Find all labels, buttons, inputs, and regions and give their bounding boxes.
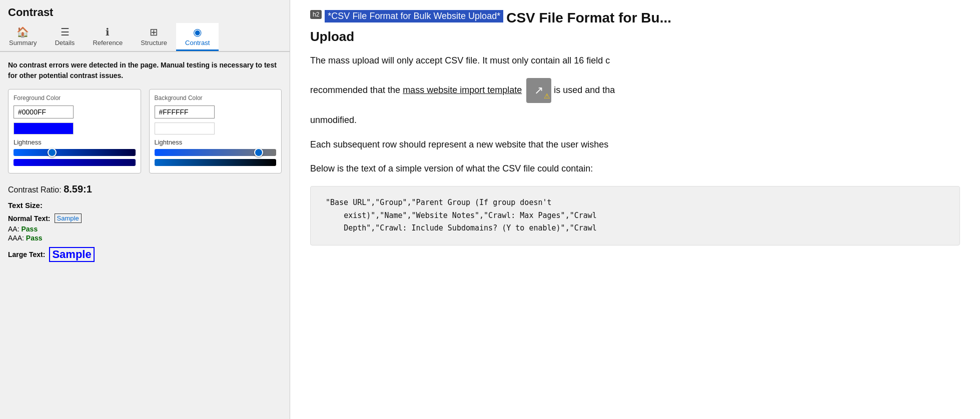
background-slider-thumb[interactable] [254, 148, 263, 157]
tab-summary-label: Summary [9, 39, 37, 46]
tab-bar: 🏠 Summary ☰ Details ℹ Reference ⊞ Struct… [0, 23, 290, 52]
para-5: Each subsequent row should represent a n… [310, 138, 960, 152]
para-1: The mass upload will only accept CSV fil… [310, 54, 960, 68]
aaa-label: AAA: [8, 234, 24, 242]
background-lightness-label: Lightness [155, 138, 277, 146]
heading-continuation: CSV File Format for Bu... [506, 10, 671, 26]
external-link-icon: ↗ [534, 82, 543, 99]
code-content: "Base URL","Group","Parent Group (If gro… [326, 196, 944, 235]
code-block: "Base URL","Group","Parent Group (If gro… [310, 186, 960, 246]
foreground-slider-thumb[interactable] [48, 148, 57, 157]
aa-value: Pass [21, 225, 38, 233]
text-size-label: Text Size: [8, 201, 282, 210]
foreground-swatch [14, 122, 74, 134]
background-slider-container [155, 149, 277, 166]
warning-triangle-icon: ⚠ [544, 90, 550, 102]
background-gradient-bar [155, 159, 277, 166]
page-heading: Upload [310, 29, 960, 44]
tab-contrast-label: Contrast [185, 39, 210, 46]
tab-structure-label: Structure [141, 39, 167, 46]
normal-text-sample[interactable]: Sample [55, 214, 82, 223]
normal-text-row: Normal Text: Sample [8, 214, 282, 223]
contrast-ratio-value: 8.59:1 [64, 184, 92, 194]
right-panel: h2 *CSV File Format for Bulk Website Upl… [290, 0, 980, 419]
aaa-row: AAA: Pass [8, 234, 282, 242]
large-text-label: Large Text: [8, 250, 45, 258]
reference-icon: ℹ [106, 27, 110, 37]
contrast-ratio-row: Contrast Ratio: 8.59:1 [8, 184, 282, 195]
panel-body: No contrast errors were detected in the … [0, 52, 290, 419]
tab-summary[interactable]: 🏠 Summary [0, 23, 46, 51]
para-4: unmodified. [310, 113, 960, 128]
heading-badge: h2 [310, 10, 322, 19]
foreground-label: Foreground Color [14, 94, 136, 102]
foreground-slider-track[interactable] [14, 149, 136, 156]
color-row: Foreground Color Lightness Background Co… [8, 89, 282, 174]
foreground-slider-container [14, 149, 136, 166]
details-icon: ☰ [61, 27, 70, 37]
background-swatch [155, 122, 215, 134]
tab-details-label: Details [55, 39, 75, 46]
foreground-lightness-label: Lightness [14, 138, 136, 146]
contrast-ratio-label: Contrast Ratio: [8, 186, 62, 194]
aa-row: AA: Pass [8, 225, 282, 233]
notice-text: No contrast errors were detected in the … [8, 60, 282, 81]
tab-reference-label: Reference [93, 39, 123, 46]
aaa-value: Pass [26, 234, 43, 242]
background-label: Background Color [155, 94, 277, 102]
contrast-icon: ◉ [193, 27, 202, 37]
normal-text-label: Normal Text: [8, 214, 51, 222]
para-2: recommended that the mass website import… [310, 78, 960, 103]
background-input[interactable] [155, 106, 215, 118]
left-panel: Contrast 🏠 Summary ☰ Details ℹ Reference… [0, 0, 290, 419]
large-text-row: Large Text: Sample [8, 247, 282, 262]
large-text-sample[interactable]: Sample [49, 247, 94, 262]
heading-row: h2 *CSV File Format for Bulk Website Upl… [310, 10, 960, 26]
panel-title: Contrast [0, 0, 290, 23]
tab-reference[interactable]: ℹ Reference [84, 23, 132, 51]
foreground-color-box: Foreground Color Lightness [8, 89, 141, 174]
tab-details[interactable]: ☰ Details [46, 23, 84, 51]
warning-icon-box: ↗ ⚠ [526, 78, 551, 103]
structure-icon: ⊞ [150, 27, 158, 37]
mass-import-link[interactable]: mass website import template [403, 85, 522, 95]
heading-highlight: *CSV File Format for Bulk Website Upload… [325, 10, 503, 22]
para-6: Below is the text of a simple version of… [310, 162, 960, 176]
background-color-box: Background Color Lightness [149, 89, 282, 174]
foreground-gradient-bar [14, 159, 136, 166]
foreground-input[interactable] [14, 106, 74, 118]
tab-contrast[interactable]: ◉ Contrast [176, 23, 219, 51]
background-slider-track[interactable] [155, 149, 277, 156]
tab-structure[interactable]: ⊞ Structure [132, 23, 176, 51]
summary-icon: 🏠 [17, 27, 29, 37]
aa-label: AA: [8, 225, 20, 233]
